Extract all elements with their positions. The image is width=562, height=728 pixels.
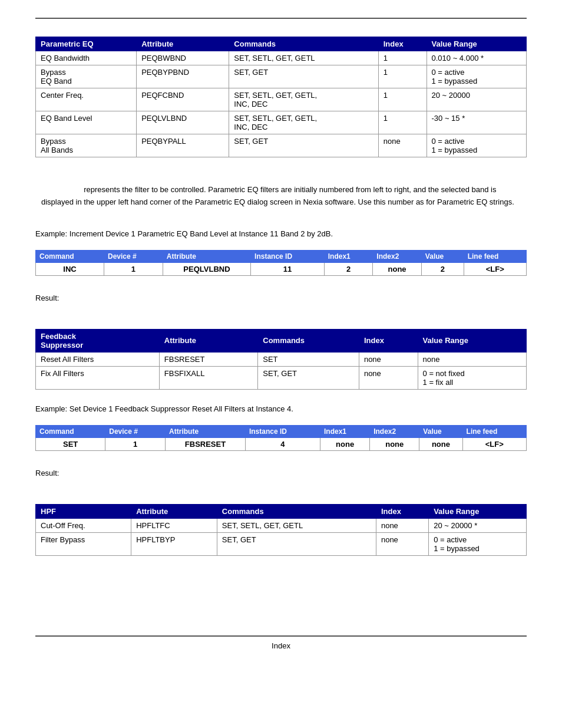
table-row: Center Freq. PEQFCBND SET, SETL, GET, GE…	[36, 88, 527, 111]
cmd2-cell-attribute: FBSRESET	[166, 437, 246, 450]
cell: none	[359, 352, 418, 366]
table-row: BypassEQ Band PEQBYPBND SET, GET 1 0 = a…	[36, 65, 527, 88]
cell: 1	[378, 51, 427, 65]
example2-section: Example: Set Device 1 Feedback Suppresso…	[35, 404, 527, 477]
cell: SET, GET	[217, 532, 376, 555]
top-divider	[35, 18, 527, 19]
cell: 20 ~ 20000	[427, 88, 526, 111]
footer: Index	[35, 641, 527, 650]
cell: PEQBYPBND	[137, 65, 229, 88]
cell: SET, GET	[229, 65, 378, 88]
fb-col-attribute: Attribute	[159, 329, 257, 352]
cmd-cell-index1: 2	[324, 262, 373, 275]
table-row: BypassAll Bands PEQBYPALL SET, GET none …	[36, 134, 527, 157]
parametric-eq-section: Parametric EQ Attribute Commands Index V…	[35, 37, 527, 157]
parametric-eq-table: Parametric EQ Attribute Commands Index V…	[35, 37, 527, 157]
feedback-section: FeedbackSuppressor Attribute Commands In…	[35, 329, 527, 390]
hpf-col-value-range: Value Range	[429, 504, 527, 518]
cmd-col-instance: Instance ID	[251, 250, 325, 262]
cmd-cell-attribute: PEQLVLBND	[163, 262, 250, 275]
col-header-value-range: Value Range	[427, 37, 526, 51]
cell: PEQBWBND	[137, 51, 229, 65]
cmd2-cell-instance: 4	[245, 437, 320, 450]
cmd2-col-device: Device #	[105, 425, 166, 437]
col-header-attribute: Attribute	[137, 37, 229, 51]
cell: PEQBYPALL	[137, 134, 229, 157]
cell: 0 = active1 = bypassed	[427, 65, 526, 88]
cmd-table-row: INC 1 PEQLVLBND 11 2 none 2 <LF>	[36, 262, 527, 275]
cell: 1	[378, 65, 427, 88]
cmd2-cell-command: SET	[36, 437, 105, 450]
cmd-cell-index2: none	[373, 262, 422, 275]
cell: none	[359, 366, 418, 389]
page: Parametric EQ Attribute Commands Index V…	[0, 0, 562, 728]
cmd-cell-instance: 11	[251, 262, 325, 275]
cmd2-cell-index2: none	[370, 437, 419, 450]
cmd-cell-device: 1	[104, 262, 163, 275]
cell: SET, SETL, GET, GETL,INC, DEC	[229, 88, 378, 111]
cmd-col-index1: Index1	[324, 250, 373, 262]
fb-col-commands: Commands	[258, 329, 359, 352]
cell: -30 ~ 15 *	[427, 111, 526, 134]
cell: FBSFIXALL	[159, 366, 257, 389]
bottom-spacer	[35, 571, 527, 618]
cell: none	[378, 134, 427, 157]
cmd2-col-instance: Instance ID	[245, 425, 320, 437]
spacer3	[35, 317, 527, 329]
cell: 1	[378, 88, 427, 111]
cell: 0 = active1 = bypassed	[427, 134, 526, 157]
cell: BypassAll Bands	[36, 134, 137, 157]
col-header-commands: Commands	[229, 37, 378, 51]
cell: FBSRESET	[159, 352, 257, 366]
cmd-cell-value: 2	[421, 262, 464, 275]
cell: 0 = not fixed1 = fix all	[418, 366, 526, 389]
cell: Filter Bypass	[36, 532, 131, 555]
cell: HPFLTBYP	[131, 532, 217, 555]
spacer-sm2	[35, 288, 527, 294]
cell: HPFLTFC	[131, 518, 217, 532]
cell: 0 = active1 = bypassed	[429, 532, 527, 555]
cell: 1	[378, 111, 427, 134]
description-text: represents the filter to be controlled. …	[41, 185, 514, 206]
index-label: Index	[272, 641, 290, 650]
table-row: Reset All Filters FBSRESET SET none none	[36, 352, 527, 366]
fb-col-name: FeedbackSuppressor	[36, 329, 160, 352]
cmd-col-device: Device #	[104, 250, 163, 262]
feedback-table: FeedbackSuppressor Attribute Commands In…	[35, 329, 527, 390]
spacer-sm4	[35, 463, 527, 469]
cell: Fix All Filters	[36, 366, 160, 389]
fb-col-value-range: Value Range	[418, 329, 526, 352]
description-block: represents the filter to be controlled. …	[35, 184, 527, 209]
cell: 20 ~ 20000 *	[429, 518, 527, 532]
example1-table: Command Device # Attribute Instance ID I…	[35, 250, 527, 276]
hpf-section: HPF Attribute Commands Index Value Range…	[35, 504, 527, 556]
hpf-table: HPF Attribute Commands Index Value Range…	[35, 504, 527, 556]
cell: PEQFCBND	[137, 88, 229, 111]
cmd2-col-linefeed: Line feed	[462, 425, 526, 437]
description-indent	[41, 185, 82, 194]
example1-text: Example: Increment Device 1 Parametric E…	[35, 229, 527, 238]
col-header-parametric-eq: Parametric EQ	[36, 37, 137, 51]
col-header-index: Index	[378, 37, 427, 51]
cell: none	[376, 532, 428, 555]
table-row: Fix All Filters FBSFIXALL SET, GET none …	[36, 366, 527, 389]
example2-table: Command Device # Attribute Instance ID I…	[35, 425, 527, 451]
result1-text: Result:	[35, 294, 527, 302]
table-row: EQ Bandwidth PEQBWBND SET, SETL, GET, GE…	[36, 51, 527, 65]
cell: none	[376, 518, 428, 532]
cell: SET, GET	[229, 134, 378, 157]
bottom-divider	[35, 635, 527, 637]
cmd-cell-command: INC	[36, 262, 104, 275]
cell: BypassEQ Band	[36, 65, 137, 88]
spacer2	[35, 218, 527, 229]
cell: SET, SETL, GET, GETL	[217, 518, 376, 532]
cmd2-cell-linefeed: <LF>	[462, 437, 526, 450]
cmd-col-value: Value	[421, 250, 464, 262]
cmd-col-index2: Index2	[373, 250, 422, 262]
hpf-col-index: Index	[376, 504, 428, 518]
cmd2-col-attribute: Attribute	[166, 425, 246, 437]
cell: Reset All Filters	[36, 352, 160, 366]
cell: Center Freq.	[36, 88, 137, 111]
cmd2-col-command: Command	[36, 425, 105, 437]
hpf-col-commands: Commands	[217, 504, 376, 518]
